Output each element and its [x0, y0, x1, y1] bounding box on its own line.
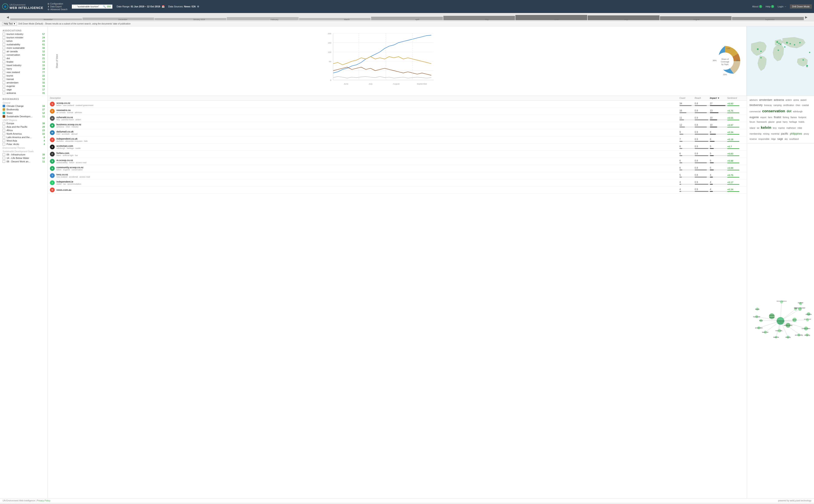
- region-item[interactable]: Europe 38: [0, 122, 47, 125]
- association-item[interactable]: sustainability 61: [0, 43, 47, 46]
- col-impact[interactable]: Impact ▼: [710, 97, 727, 99]
- checkbox[interactable]: [3, 153, 5, 156]
- timeline-arrow-left[interactable]: ◀: [7, 15, 9, 19]
- tag[interactable]: sky: [785, 137, 788, 141]
- checkbox[interactable]: [3, 33, 5, 35]
- tag[interactable]: certification: [783, 103, 794, 107]
- association-item[interactable]: more sustainable 32: [0, 46, 47, 50]
- tag[interactable]: biodiversity: [750, 103, 763, 108]
- tag[interactable]: advisors: [750, 98, 758, 102]
- tag[interactable]: dot: [787, 109, 791, 114]
- tag[interactable]: sustainability: [750, 142, 773, 144]
- table-row[interactable]: S community.scoop.co.nz kelvin · eugenie…: [48, 165, 747, 172]
- checkbox[interactable]: [3, 132, 5, 135]
- tag[interactable]: eugenie: [750, 115, 759, 120]
- association-item[interactable]: tourist 22: [0, 74, 47, 77]
- checkbox[interactable]: [3, 136, 5, 139]
- table-row[interactable]: I independent.ie dublin · tax · accommod…: [48, 179, 747, 186]
- tag[interactable]: award: [800, 98, 806, 102]
- tag[interactable]: mining: [763, 132, 769, 136]
- checkbox[interactable]: [3, 43, 5, 46]
- tag[interactable]: sage: [777, 137, 783, 142]
- table-row[interactable]: M dailymail.co.uk train · accolade · abr…: [48, 129, 747, 136]
- bookmark-water[interactable]: Water 12: [0, 111, 47, 115]
- checkbox[interactable]: [3, 122, 5, 125]
- association-item[interactable]: harry 19: [0, 67, 47, 70]
- checkbox[interactable]: [3, 129, 5, 132]
- association-item[interactable]: transat 12: [0, 77, 47, 81]
- association-item[interactable]: dot 21: [0, 57, 47, 60]
- tag[interactable]: arena: [793, 98, 799, 102]
- association-item[interactable]: air canada 12: [0, 50, 47, 53]
- region-item[interactable]: Polar: Arctic 4: [0, 142, 47, 146]
- checkbox[interactable]: [3, 78, 5, 80]
- association-item[interactable]: travel industry 15: [0, 64, 47, 67]
- association-item[interactable]: eugenie 16: [0, 84, 47, 88]
- bookmark-biodiversity[interactable]: Biodiversity 27: [0, 108, 47, 111]
- tag[interactable]: export: [760, 116, 767, 119]
- tag[interactable]: heritage: [789, 120, 797, 124]
- sdg-item[interactable]: 09 - Infrastructure 39: [0, 153, 47, 156]
- checkbox[interactable]: [3, 157, 5, 159]
- export-nav[interactable]: ⬇ Data Export: [47, 5, 67, 8]
- tag[interactable]: farm: [768, 116, 772, 119]
- tag[interactable]: marine: [778, 126, 785, 130]
- tag[interactable]: commercial: [750, 110, 761, 114]
- region-item[interactable]: North America 22: [0, 132, 47, 135]
- region-item[interactable]: Latin America and the... 8: [0, 135, 47, 139]
- checkbox[interactable]: [3, 50, 5, 53]
- tag[interactable]: ardern: [786, 98, 792, 102]
- checkbox[interactable]: [3, 57, 5, 60]
- help-text-button[interactable]: Help Text ▼: [2, 22, 17, 25]
- table-row[interactable]: T tvnz.co.nz new zealand · accidental · …: [48, 172, 747, 179]
- tag[interactable]: glacier: [768, 120, 775, 124]
- table-row[interactable]: B business.scoop.co.nz aotearoa · chen ·…: [48, 122, 747, 129]
- checkbox[interactable]: [3, 60, 5, 63]
- tag[interactable]: flames: [791, 116, 797, 119]
- checkbox[interactable]: [3, 126, 5, 128]
- table-row[interactable]: N news.com.au 4 0.9 4 +0.34: [48, 186, 747, 194]
- search-bar[interactable]: 🔍 250: [72, 5, 112, 9]
- tag[interactable]: fishing: [783, 116, 789, 119]
- checkbox[interactable]: [3, 160, 5, 163]
- sdg-item[interactable]: 08 - Decent Work an... 11: [0, 160, 47, 163]
- tag[interactable]: island: [750, 126, 755, 130]
- tag[interactable]: philippines: [790, 132, 802, 136]
- checkbox[interactable]: [3, 47, 5, 49]
- association-item[interactable]: amsterdam 32: [0, 81, 47, 84]
- tag[interactable]: montréal: [771, 132, 780, 136]
- tag[interactable]: finalist: [774, 115, 781, 120]
- table-row[interactable]: S m.scoop.co.nz sustainability · kelvin …: [48, 158, 747, 165]
- tag[interactable]: harry: [783, 120, 788, 124]
- tag[interactable]: great: [776, 120, 781, 124]
- tag[interactable]: membership: [750, 132, 762, 136]
- tag[interactable]: camping: [773, 103, 782, 107]
- tag[interactable]: kelvin: [761, 124, 771, 131]
- tag[interactable]: ridge: [771, 137, 776, 141]
- tag[interactable]: coastal: [802, 103, 809, 107]
- association-item[interactable]: kelvin 23: [0, 39, 47, 43]
- search-input[interactable]: [77, 5, 103, 8]
- sdg-item[interactable]: 14 - Life Below Water 12: [0, 156, 47, 160]
- table-row[interactable]: H nzherald.co.nz levy · parental leave ·…: [48, 115, 747, 122]
- tag[interactable]: responsible: [758, 137, 769, 141]
- tag[interactable]: conservation: [762, 108, 785, 115]
- association-item[interactable]: new zealand 77: [0, 70, 47, 74]
- tag[interactable]: pacific: [781, 132, 788, 136]
- checkbox[interactable]: [3, 64, 5, 67]
- tag[interactable]: amsterdam: [759, 98, 772, 103]
- tag[interactable]: matheson: [786, 126, 796, 130]
- tag[interactable]: iwi: [757, 126, 759, 130]
- tag[interactable]: mbie: [798, 126, 802, 130]
- drill-mode-button[interactable]: Drill Down Mode: [790, 4, 812, 9]
- checkbox[interactable]: [3, 36, 5, 39]
- checkbox[interactable]: [3, 85, 5, 87]
- tag[interactable]: boracay: [764, 103, 772, 107]
- checkbox[interactable]: [3, 92, 5, 94]
- checkbox[interactable]: [3, 40, 5, 42]
- about-button[interactable]: About i: [752, 5, 762, 8]
- tag[interactable]: proxy: [804, 132, 809, 136]
- association-item[interactable]: tourism industry 57: [0, 32, 47, 36]
- tag[interactable]: aotearoa: [774, 98, 784, 103]
- tag[interactable]: hotels: [799, 120, 804, 124]
